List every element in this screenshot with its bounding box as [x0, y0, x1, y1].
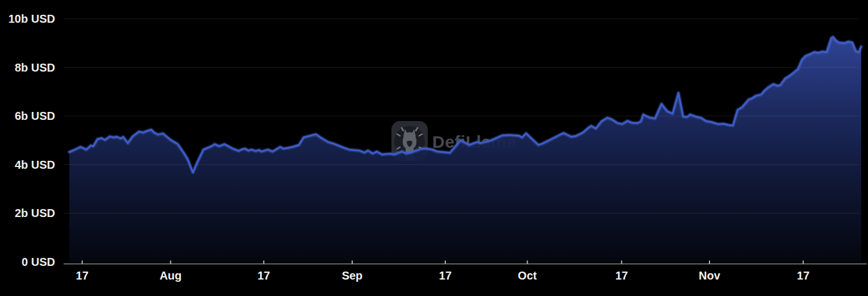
tvl-plot-area[interactable] [0, 0, 868, 296]
tvl-chart: DefiLlama 10b USD8b USD6b USD4b USD2b US… [0, 0, 868, 296]
tvl-area-fill [69, 37, 861, 262]
